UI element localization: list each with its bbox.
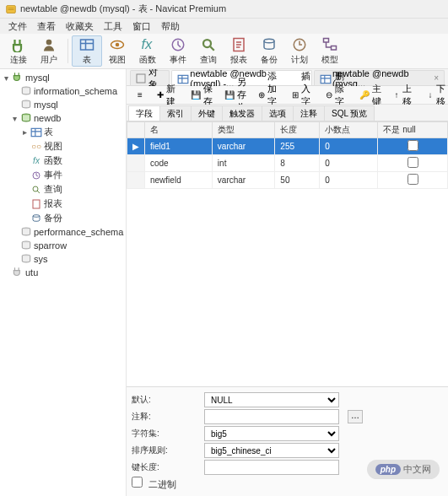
cell-decimals[interactable]: 0 <box>320 138 378 155</box>
cell-decimals[interactable]: 0 <box>320 155 378 172</box>
tree-twisty-icon[interactable]: ▸ <box>20 127 29 137</box>
subtab-1[interactable]: 索引 <box>159 105 192 121</box>
subtab-3[interactable]: 触发器 <box>222 105 262 121</box>
tree-item-13[interactable]: sys <box>0 252 126 266</box>
tree-label: newdb <box>34 113 61 123</box>
tree-item-4[interactable]: ▸表 <box>0 125 126 139</box>
cell-notnull[interactable] <box>378 155 448 172</box>
notnull-checkbox[interactable] <box>408 140 418 151</box>
tree-item-5[interactable]: ○○视图 <box>0 139 126 154</box>
cell-type[interactable]: varchar <box>212 138 274 155</box>
toolbar-user-button[interactable]: 用户 <box>34 35 64 67</box>
charset-select[interactable]: big5 <box>204 426 339 441</box>
toolbar-model-button[interactable]: 模型 <box>315 35 345 67</box>
cell-notnull[interactable] <box>378 138 448 155</box>
query-icon <box>200 36 217 53</box>
tree-item-14[interactable]: utu <box>0 266 126 279</box>
menu-5[interactable]: 帮助 <box>156 19 185 34</box>
cell-name[interactable]: newfield <box>145 172 213 189</box>
cell-length[interactable]: 255 <box>275 138 320 155</box>
tree-item-3[interactable]: ▾newdb <box>0 111 126 125</box>
menu-2[interactable]: 收藏夹 <box>61 19 99 34</box>
toolbar-function-button[interactable]: fx函数 <box>132 35 163 67</box>
tree-label: mysql <box>34 100 58 110</box>
tree-item-6[interactable]: fx函数 <box>0 154 126 168</box>
tree-item-8[interactable]: 查询 <box>0 182 126 197</box>
toolbar-connect-button[interactable]: 连接 <box>3 35 34 67</box>
tree-label: 查询 <box>44 183 62 196</box>
comment-input[interactable] <box>204 409 339 424</box>
toolbar-schedule-button[interactable]: 计划 <box>284 35 315 67</box>
charset-label: 字符集: <box>132 428 199 439</box>
tree-twisty-icon[interactable]: ▾ <box>2 73 10 83</box>
cell-length[interactable]: 50 <box>275 172 320 189</box>
tree-item-7[interactable]: 事件 <box>0 168 126 182</box>
tree-item-11[interactable]: performance_schema <box>0 225 126 239</box>
table-icon <box>78 36 95 53</box>
grid-header-2[interactable]: 长度 <box>275 122 320 138</box>
fields-grid[interactable]: 名类型长度小数点不是 null ▶field1varchar2550codein… <box>127 121 448 386</box>
grid-header-1[interactable]: 类型 <box>212 122 274 138</box>
toolbar-report-button[interactable]: 报表 <box>224 35 254 67</box>
tree-item-2[interactable]: mysql <box>0 98 126 111</box>
toolbar-table-button[interactable]: 表 <box>72 35 102 67</box>
subtab-4[interactable]: 选项 <box>262 105 294 121</box>
cell-name[interactable]: code <box>145 155 213 172</box>
cell-type[interactable]: int <box>212 155 274 172</box>
tree-db-icon <box>20 226 32 238</box>
menu-1[interactable]: 查看 <box>32 19 61 34</box>
function-icon: fx <box>139 36 156 53</box>
cell-name[interactable]: field1 <box>145 138 213 155</box>
toolbar-event-button[interactable]: 事件 <box>163 35 193 67</box>
notnull-checkbox[interactable] <box>408 174 418 185</box>
cell-length[interactable]: 8 <box>275 155 320 172</box>
objbar-menu-button[interactable]: ≡ <box>130 89 150 102</box>
tree-item-12[interactable]: sparrow <box>0 239 126 252</box>
menu-3[interactable]: 工具 <box>99 19 127 34</box>
window-title: newtable @newdb (mysql) - 表 - Navicat Pr… <box>20 3 226 15</box>
tree-db-icon <box>20 99 32 111</box>
tree-event-icon <box>30 170 42 181</box>
tree-item-9[interactable]: 报表 <box>0 197 126 211</box>
tree-label: utu <box>25 267 38 278</box>
tree-item-0[interactable]: ▾mysql <box>0 71 126 84</box>
tree-item-1[interactable]: information_schema <box>0 84 126 98</box>
grid-header-4[interactable]: 不是 null <box>378 122 448 138</box>
menu-4[interactable]: 窗口 <box>127 19 156 34</box>
tree-twisty-icon[interactable]: ▾ <box>10 114 19 123</box>
objbar-label: 新建 <box>166 83 179 108</box>
title-bar: newtable @newdb (mysql) - 表 - Navicat Pr… <box>0 0 448 19</box>
subtab-0[interactable]: 字段 <box>128 105 160 121</box>
default-select[interactable]: NULL <box>204 392 339 407</box>
grid-header-3[interactable]: 小数点 <box>320 122 378 138</box>
tree-fx-icon: fx <box>30 155 42 167</box>
grid-row-1[interactable]: codeint80 <box>127 155 448 172</box>
grid-header-0[interactable]: 名 <box>145 122 213 138</box>
binary-checkbox[interactable] <box>132 477 143 488</box>
tree-label: sparrow <box>34 240 67 251</box>
menu-0[interactable]: 文件 <box>3 19 32 34</box>
grid-row-2[interactable]: newfieldvarchar500 <box>127 172 448 189</box>
comment-label: 注释: <box>132 411 199 423</box>
tree-item-10[interactable]: 备份 <box>0 211 126 225</box>
tree-label: sys <box>34 254 48 264</box>
comment-more-button[interactable]: … <box>348 410 363 423</box>
model-icon <box>321 36 338 53</box>
subtab-6[interactable]: SQL 预览 <box>324 105 375 121</box>
subtab-5[interactable]: 注释 <box>293 105 325 121</box>
toolbar-query-button[interactable]: 查询 <box>193 35 224 67</box>
binary-label: 二进制 <box>148 479 176 489</box>
cell-notnull[interactable] <box>378 172 448 189</box>
keylen-input[interactable] <box>204 460 339 475</box>
grid-row-0[interactable]: ▶field1varchar2550 <box>127 138 448 155</box>
cell-type[interactable]: varchar <box>212 172 274 189</box>
collate-select[interactable]: big5_chinese_ci <box>204 443 339 458</box>
connection-tree[interactable]: ▾mysqlinformation_schemamysql▾newdb▸表○○视… <box>0 69 127 496</box>
notnull-checkbox[interactable] <box>408 157 418 168</box>
save-icon: 💾 <box>191 90 201 100</box>
toolbar-view-button[interactable]: 视图 <box>102 35 132 67</box>
toolbar-backup-button[interactable]: 备份 <box>254 35 284 67</box>
subtab-2[interactable]: 外键 <box>191 105 223 121</box>
cell-decimals[interactable]: 0 <box>320 172 378 189</box>
toolbar-backup-label: 备份 <box>261 54 278 66</box>
